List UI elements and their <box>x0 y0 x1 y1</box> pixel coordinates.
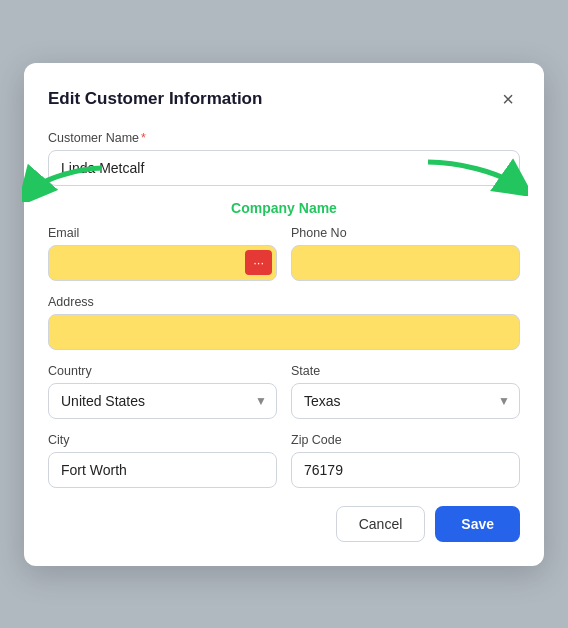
address-field: Address <box>48 295 520 350</box>
email-phone-row: Email ··· Phone No <box>48 226 520 281</box>
save-button[interactable]: Save <box>435 506 520 542</box>
zip-field-group: Zip Code <box>291 433 520 488</box>
email-field-group: Email ··· <box>48 226 277 281</box>
close-button[interactable]: × <box>496 87 520 111</box>
city-field-group: City <box>48 433 277 488</box>
customer-name-label: Customer Name* <box>48 131 520 145</box>
email-dots-button[interactable]: ··· <box>245 250 272 275</box>
country-state-row: Country United States Canada United King… <box>48 364 520 419</box>
email-input[interactable] <box>49 246 245 280</box>
state-select[interactable]: Texas California New York Florida <box>291 383 520 419</box>
country-select[interactable]: United States Canada United Kingdom Aust… <box>48 383 277 419</box>
modal-header: Edit Customer Information × <box>48 87 520 111</box>
email-label: Email <box>48 226 277 240</box>
phone-input[interactable] <box>291 245 520 281</box>
company-name-label: Company Name <box>48 200 520 216</box>
phone-label: Phone No <box>291 226 520 240</box>
state-field-group: State Texas California New York Florida … <box>291 364 520 419</box>
address-input[interactable] <box>48 314 520 350</box>
city-label: City <box>48 433 277 447</box>
city-zip-row: City Zip Code <box>48 433 520 488</box>
customer-name-input[interactable] <box>48 150 520 186</box>
email-input-container: ··· <box>48 245 277 281</box>
phone-field-group: Phone No <box>291 226 520 281</box>
city-input[interactable] <box>48 452 277 488</box>
country-select-wrapper: United States Canada United Kingdom Aust… <box>48 383 277 419</box>
zip-label: Zip Code <box>291 433 520 447</box>
country-label: Country <box>48 364 277 378</box>
modal-title: Edit Customer Information <box>48 89 262 109</box>
cancel-button[interactable]: Cancel <box>336 506 426 542</box>
state-select-wrapper: Texas California New York Florida ▼ <box>291 383 520 419</box>
customer-name-field: Customer Name* <box>48 131 520 186</box>
zip-input[interactable] <box>291 452 520 488</box>
state-label: State <box>291 364 520 378</box>
modal-footer: Cancel Save <box>48 506 520 542</box>
country-field-group: Country United States Canada United King… <box>48 364 277 419</box>
edit-customer-modal: Edit Customer Information × Customer Nam… <box>24 63 544 566</box>
address-label: Address <box>48 295 520 309</box>
